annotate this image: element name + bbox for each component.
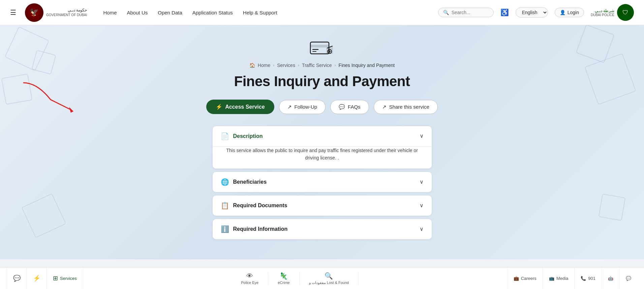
access-service-button[interactable]: ⚡ Access Service	[206, 100, 274, 114]
description-title: Description	[233, 133, 263, 139]
careers-icon: 💼	[514, 276, 519, 281]
share-button[interactable]: ↗ Share this service	[374, 100, 438, 114]
gov-logo: 🦅 حكومة دبـي GOVERNMENT OF DUBAI	[25, 3, 87, 22]
required-docs-chevron: ∨	[420, 202, 424, 209]
accordion-beneficiaries: 🌐 Beneficiaries ∨	[213, 172, 432, 192]
followup-icon: ↗	[287, 104, 292, 110]
nav-help[interactable]: Help & Support	[243, 10, 277, 15]
language-selector[interactable]: English	[516, 7, 548, 17]
svg-rect-0	[310, 42, 329, 54]
police-emblem: 🛡	[617, 4, 634, 21]
nav-about[interactable]: About Us	[127, 10, 148, 15]
quick-icon: ⚡	[33, 275, 40, 282]
beneficiaries-title: Beneficiaries	[233, 179, 267, 185]
faqs-icon: 💬	[339, 104, 345, 110]
svg-marker-9	[69, 107, 73, 113]
description-icon: 📄	[221, 132, 229, 140]
breadcrumb: 🏠 Home › Services › Traffic Service › Fi…	[0, 63, 644, 68]
phone-icon: 📞	[581, 276, 586, 281]
breadcrumb-current: Fines Inquiry and Payment	[339, 63, 395, 68]
police-logo: شرطة دبـي DUBAI POLICE 🛡	[591, 4, 634, 21]
faqs-button[interactable]: 💬 FAQs	[330, 100, 369, 114]
required-info-chevron: ∨	[420, 226, 424, 232]
breadcrumb-home[interactable]: Home	[258, 63, 270, 68]
breadcrumb-traffic[interactable]: Traffic Service	[302, 63, 332, 68]
bottom-message[interactable]: 💬	[619, 267, 637, 289]
bottom-right: 💼 Careers 📺 Media 📞 901 🤖 💬	[507, 267, 637, 289]
access-icon: ⚡	[216, 104, 222, 110]
followup-button[interactable]: ↗ Follow-Up	[279, 100, 326, 114]
gov-logo-text: حكومة دبـي GOVERNMENT OF DUBAI	[46, 8, 87, 17]
hero-section: 🏠 Home › Services › Traffic Service › Fi…	[0, 25, 644, 259]
description-chevron: ∧	[420, 133, 424, 140]
service-icon	[309, 39, 336, 57]
bottom-quick[interactable]: ⚡	[27, 267, 47, 289]
hamburger-menu[interactable]: ☰	[10, 8, 16, 16]
bottom-bar: 💬 ⚡ ⊞ Services 👁 Police Eye 🦎 eCrime 🔍 م…	[0, 267, 644, 289]
accordion-required-info: ℹ️ Required Information ∨	[213, 219, 432, 239]
bottom-police-eye[interactable]: 👁 Police Eye	[232, 272, 268, 285]
beneficiaries-chevron: ∨	[420, 179, 424, 185]
ecrime-icon: 🦎	[279, 272, 288, 280]
svg-rect-1	[310, 45, 329, 47]
bottom-chat[interactable]: 💬	[7, 267, 27, 289]
lost-found-icon: 🔍	[325, 272, 333, 280]
accessibility-icon[interactable]: ♿	[500, 8, 509, 16]
main-nav: Home About Us Open Data Application Stat…	[103, 10, 277, 15]
accordion-container: 📄 Description ∧ This service allows the …	[213, 126, 432, 239]
page-title: Fines Inquiry and Payment	[0, 73, 644, 89]
share-icon: ↗	[382, 104, 387, 110]
accordion-description-body: This service allows the public to inquir…	[213, 147, 432, 169]
login-icon: 👤	[560, 10, 565, 15]
search-input[interactable]	[452, 10, 489, 15]
chat-icon: 💬	[13, 275, 21, 282]
required-info-title: Required Information	[233, 226, 288, 232]
hero-content: 🏠 Home › Services › Traffic Service › Fi…	[0, 39, 644, 239]
bottom-careers[interactable]: 💼 Careers	[507, 267, 543, 289]
accordion-description-header[interactable]: 📄 Description ∧	[213, 126, 432, 147]
accordion-required-info-header[interactable]: ℹ️ Required Information ∨	[213, 219, 432, 239]
search-box[interactable]: 🔍	[438, 8, 494, 17]
required-info-icon: ℹ️	[221, 225, 229, 233]
breadcrumb-services[interactable]: Services	[277, 63, 295, 68]
bottom-center: 👁 Police Eye 🦎 eCrime 🔍 مفقودات و Lost &…	[83, 272, 507, 285]
police-logo-text: شرطة دبـي DUBAI POLICE	[591, 8, 614, 17]
home-icon: 🏠	[249, 63, 255, 68]
bottom-ai[interactable]: 🤖	[602, 267, 619, 289]
header-left: ☰ 🦅 حكومة دبـي GOVERNMENT OF DUBAI Home …	[10, 3, 277, 22]
search-icon: 🔍	[443, 10, 449, 15]
beneficiaries-icon: 🌐	[221, 178, 229, 186]
media-icon: 📺	[549, 276, 554, 281]
bottom-lost-found[interactable]: 🔍 مفقودات و Lost & Found	[300, 272, 359, 285]
header: ☰ 🦅 حكومة دبـي GOVERNMENT OF DUBAI Home …	[0, 0, 644, 25]
bottom-phone[interactable]: 📞 901	[574, 267, 602, 289]
police-eye-icon: 👁	[246, 272, 253, 280]
login-button[interactable]: 👤 Login	[555, 8, 584, 17]
services-icon: ⊞	[53, 275, 58, 282]
bottom-media[interactable]: 📺 Media	[543, 267, 574, 289]
ai-icon: 🤖	[608, 276, 613, 281]
nav-app-status[interactable]: Application Status	[192, 10, 233, 15]
accordion-beneficiaries-header[interactable]: 🌐 Beneficiaries ∨	[213, 172, 432, 192]
message-icon: 💬	[626, 276, 631, 281]
gov-emblem: 🦅	[25, 3, 43, 22]
accordion-description: 📄 Description ∧ This service allows the …	[213, 126, 432, 169]
action-buttons: ⚡ Access Service ↗ Follow-Up 💬 FAQs ↗ Sh…	[0, 100, 644, 114]
required-docs-title: Required Documents	[233, 203, 287, 209]
bottom-services[interactable]: ⊞ Services	[47, 267, 83, 289]
header-right: 🔍 ♿ English 👤 Login شرطة دبـي DUBAI POLI…	[438, 4, 634, 21]
accordion-required-docs: 📋 Required Documents ∨	[213, 195, 432, 216]
accordion-required-docs-header[interactable]: 📋 Required Documents ∨	[213, 195, 432, 216]
nav-home[interactable]: Home	[103, 10, 117, 15]
nav-open-data[interactable]: Open Data	[158, 10, 182, 15]
bottom-ecrime[interactable]: 🦎 eCrime	[268, 272, 299, 285]
required-docs-icon: 📋	[221, 202, 229, 210]
